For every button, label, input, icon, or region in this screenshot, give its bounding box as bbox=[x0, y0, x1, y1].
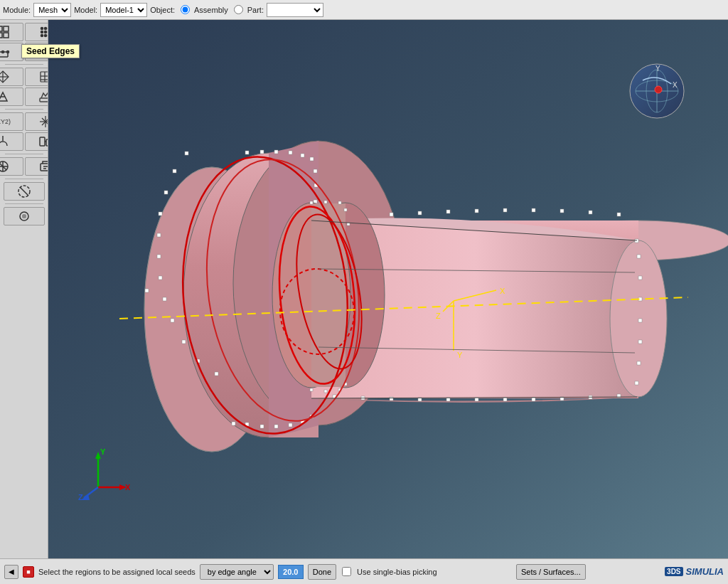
svg-rect-84 bbox=[157, 255, 161, 258]
svg-rect-66 bbox=[274, 150, 278, 154]
sidebar-btn-14[interactable] bbox=[25, 157, 49, 176]
svg-line-50 bbox=[20, 187, 28, 196]
svg-rect-110 bbox=[503, 398, 507, 401]
svg-rect-106 bbox=[390, 397, 393, 400]
model-label: Model: bbox=[74, 6, 97, 14]
svg-point-156 bbox=[655, 86, 662, 93]
svg-point-54 bbox=[22, 214, 26, 218]
svg-rect-79 bbox=[185, 152, 188, 155]
model-select[interactable]: Model-1 bbox=[100, 3, 147, 17]
svg-rect-90 bbox=[215, 372, 218, 376]
svg-rect-46 bbox=[41, 164, 49, 171]
done-button[interactable]: Done bbox=[308, 564, 336, 580]
svg-rect-117 bbox=[638, 276, 642, 280]
module-label: Module: bbox=[3, 6, 31, 14]
part-select[interactable] bbox=[267, 3, 323, 17]
object-radio-group: Assembly Part: bbox=[178, 3, 323, 17]
svg-rect-101 bbox=[560, 209, 564, 213]
svg-rect-88 bbox=[182, 340, 186, 344]
scene-canvas: X Y Z bbox=[48, 20, 728, 558]
sets-surfaces-button[interactable]: Sets / Surfaces... bbox=[516, 564, 586, 580]
svg-rect-95 bbox=[390, 213, 393, 216]
sidebar-btn-3[interactable] bbox=[0, 43, 23, 61]
svg-point-19 bbox=[6, 51, 9, 53]
sidebar-btn-10[interactable] bbox=[25, 112, 49, 131]
seed-edges-text: Seed Edges bbox=[26, 46, 75, 56]
part-radio[interactable] bbox=[234, 5, 243, 14]
sidebar-btn-15[interactable] bbox=[4, 182, 45, 201]
svg-rect-119 bbox=[638, 319, 642, 322]
svg-rect-128 bbox=[338, 201, 341, 204]
sidebar-btn-7[interactable] bbox=[0, 87, 23, 106]
svg-rect-68 bbox=[301, 154, 304, 157]
svg-rect-76 bbox=[274, 425, 278, 428]
svg-rect-125 bbox=[311, 203, 346, 387]
svg-rect-69 bbox=[310, 157, 314, 161]
svg-rect-98 bbox=[475, 209, 478, 213]
sidebar-btn-9[interactable]: (XY2) bbox=[0, 112, 23, 131]
sidebar-btn-11[interactable] bbox=[0, 132, 23, 151]
svg-rect-65 bbox=[260, 150, 264, 154]
svg-rect-86 bbox=[163, 297, 166, 301]
svg-rect-103 bbox=[617, 213, 621, 216]
sidebar-btn-6[interactable] bbox=[25, 68, 49, 86]
svg-rect-67 bbox=[289, 151, 292, 154]
sidebar-btn-8[interactable] bbox=[25, 87, 49, 106]
svg-rect-109 bbox=[475, 398, 478, 401]
svg-rect-87 bbox=[171, 319, 174, 322]
svg-rect-133 bbox=[324, 390, 327, 393]
sidebar-btn-12[interactable] bbox=[25, 132, 49, 151]
single-bias-label: Use single-bias picking bbox=[357, 568, 437, 576]
svg-text:Z: Z bbox=[436, 312, 441, 320]
main-viewport[interactable]: X Y Z bbox=[48, 20, 728, 558]
top-toolbar: Module: Mesh Model: Model-1 Object: Asse… bbox=[0, 0, 728, 20]
prev-btn[interactable]: ◀ bbox=[4, 565, 18, 579]
single-bias-checkbox[interactable] bbox=[342, 567, 351, 576]
coord-axes: Y X Z bbox=[77, 445, 134, 501]
ds-badge: 3DS bbox=[665, 567, 682, 576]
sidebar-btn-16[interactable] bbox=[4, 207, 45, 225]
svg-rect-2 bbox=[0, 33, 2, 38]
method-select[interactable]: by edge angle by number by curvature bbox=[200, 564, 274, 580]
svg-rect-120 bbox=[638, 340, 642, 344]
compass-widget[interactable]: X Y bbox=[628, 63, 685, 120]
svg-rect-82 bbox=[159, 212, 162, 216]
module-select[interactable]: Mesh bbox=[33, 3, 71, 17]
svg-rect-97 bbox=[446, 210, 450, 213]
method-value-input[interactable]: 20.0 bbox=[278, 565, 304, 579]
svg-rect-70 bbox=[314, 169, 317, 173]
svg-rect-0 bbox=[0, 26, 2, 31]
sidebar-btn-2[interactable] bbox=[25, 23, 49, 41]
bottom-bar: ◀ ■ Select the regions to be assigned lo… bbox=[0, 558, 728, 584]
svg-rect-81 bbox=[164, 191, 168, 194]
svg-rect-85 bbox=[159, 276, 162, 280]
svg-rect-100 bbox=[532, 208, 535, 212]
part-label: Part: bbox=[247, 6, 264, 14]
svg-text:Y: Y bbox=[100, 447, 106, 456]
sidebar-btn-13[interactable] bbox=[0, 157, 23, 176]
svg-rect-80 bbox=[173, 169, 176, 173]
svg-rect-115 bbox=[635, 239, 638, 243]
svg-text:X: X bbox=[125, 483, 131, 492]
svg-rect-64 bbox=[245, 151, 249, 154]
stop-btn[interactable]: ■ bbox=[23, 566, 34, 578]
svg-rect-129 bbox=[344, 208, 347, 211]
svg-rect-126 bbox=[310, 201, 313, 204]
svg-rect-99 bbox=[503, 208, 507, 212]
simulia-brand-text: SIMULIA bbox=[686, 566, 724, 577]
svg-text:X: X bbox=[673, 81, 678, 89]
assembly-radio[interactable] bbox=[181, 5, 190, 14]
svg-rect-127 bbox=[324, 201, 327, 203]
svg-text:Y: Y bbox=[655, 65, 660, 73]
sidebar-btn-5[interactable] bbox=[0, 68, 23, 86]
assembly-label: Assembly bbox=[194, 6, 228, 14]
svg-rect-96 bbox=[418, 211, 422, 215]
svg-rect-92 bbox=[145, 289, 149, 292]
svg-rect-122 bbox=[635, 381, 638, 385]
svg-rect-102 bbox=[589, 211, 592, 214]
seed-edges-tooltip: Seed Edges bbox=[21, 44, 80, 58]
svg-point-5 bbox=[44, 28, 46, 30]
sidebar-btn-1[interactable] bbox=[0, 23, 23, 41]
svg-rect-3 bbox=[4, 33, 9, 38]
simulia-logo: 3DS SIMULIA bbox=[665, 566, 724, 577]
